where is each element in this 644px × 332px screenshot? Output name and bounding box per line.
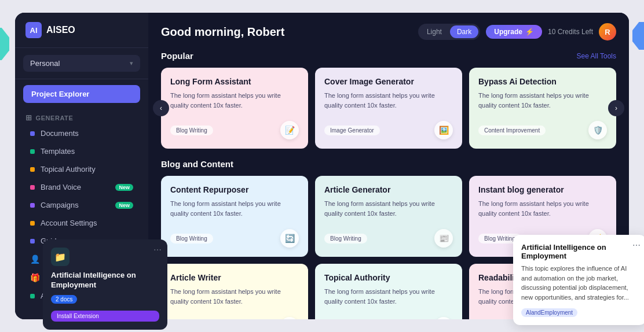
topical-authority-label: Topical Authority	[41, 165, 133, 174]
workspace-label: Personal	[30, 59, 60, 68]
templates-label: Templates	[41, 147, 133, 156]
header: Good morning, Robert Light Dark Upgrade …	[161, 23, 616, 40]
popular-cards-grid: ‹ › Long Form Assistant The long form as…	[161, 68, 616, 149]
brand-voice-new-badge: New	[115, 184, 133, 191]
article-generator-title: Article Generator	[324, 185, 453, 194]
article-generator-footer: Blog Writing 📰	[324, 229, 453, 248]
docs-badge: 2 docs	[51, 295, 77, 304]
floating-card-right: ⋯ Artificial Intelligence on Employment …	[513, 235, 644, 325]
cover-image-footer: Image Generator 🖼️	[324, 121, 453, 139]
light-theme-button[interactable]: Light	[420, 25, 449, 38]
cover-image-desc: The long form assistant helps you write …	[324, 91, 453, 114]
floating-card-left: ⋯ 📁 Artificial Intelligence on Employmen…	[43, 239, 167, 330]
sidebar-item-documents[interactable]: Documents	[20, 125, 144, 142]
upgrade-icon: ⚡	[525, 28, 534, 36]
avatar[interactable]: R	[599, 23, 616, 40]
bypass-ai-desc: The long form assistant helps you write …	[478, 91, 607, 114]
article-writer-desc: The long form assistant helps you write …	[170, 287, 299, 310]
generate-section-label: ⊞ Generate	[15, 109, 148, 124]
blog-section-header: Blog and Content	[161, 159, 616, 169]
theme-toggle: Light Dark	[418, 24, 480, 40]
credits-label: 10 Credits Left	[548, 28, 593, 36]
brand-voice-label: Brand Voice	[41, 183, 109, 191]
logo-icon: AI	[25, 22, 42, 38]
popular-section-header: Popular See All Tools	[161, 51, 616, 61]
sidebar-workspace: Personal ▾	[15, 48, 148, 79]
sidebar-item-campaigns[interactable]: Campaigns New	[20, 197, 144, 213]
cover-image-title: Cover Image Generator	[324, 77, 453, 86]
bypass-ai-footer: Content Improvement 🛡️	[478, 121, 607, 139]
templates-dot	[30, 149, 35, 154]
tool-card-content-repurposer: Content Repurposer The long form assista…	[161, 176, 308, 257]
brand-voice-dot	[30, 185, 35, 190]
cover-image-tag: Image Generator	[324, 126, 380, 135]
content-repurposer-desc: The long form assistant helps you write …	[170, 199, 299, 222]
bypass-ai-icon-btn[interactable]: 🛡️	[588, 121, 607, 139]
campaigns-new-badge: New	[115, 202, 133, 209]
instant-blog-desc: The long form assistant helps you write …	[478, 199, 607, 222]
blog-title: Blog and Content	[161, 159, 233, 169]
sidebar-item-templates[interactable]: Templates	[20, 143, 144, 160]
campaigns-dot	[30, 203, 35, 208]
long-form-icon-btn[interactable]: 📝	[280, 121, 299, 139]
article-writer-icon-btn[interactable]: ✍️	[280, 317, 299, 319]
content-repurposer-icon-btn[interactable]: 🔄	[280, 229, 299, 248]
tool-card-long-form: Long Form Assistant The long form assist…	[161, 68, 308, 149]
article-generator-icon-btn[interactable]: 📰	[434, 229, 453, 248]
api-dot	[30, 294, 35, 298]
tool-card-cover-image: Cover Image Generator The long form assi…	[315, 68, 462, 149]
generate-label: Generate	[36, 115, 74, 121]
page-title: Good morning, Robert	[161, 25, 284, 39]
article-writer-footer: Blog Writing ✍️	[170, 317, 299, 319]
article-generator-desc: The long form assistant helps you write …	[324, 199, 453, 222]
long-form-tag: Blog Writing	[170, 126, 213, 135]
carousel-prev-button[interactable]: ‹	[153, 100, 169, 116]
app-outer-wrapper: AI AISEO Personal ▾ Project Explorer ⊞ G…	[15, 13, 629, 319]
sidebar-item-account-settings[interactable]: Account Settings	[20, 215, 144, 231]
floating-left-footer: 2 docs	[51, 295, 159, 304]
account-dot	[30, 221, 35, 226]
account-settings-label: Account Settings	[41, 219, 133, 227]
upgrade-label: Upgrade	[494, 28, 522, 36]
bypass-ai-title: Bypass Ai Detection	[478, 77, 607, 86]
header-actions: Light Dark Upgrade ⚡ 10 Credits Left R	[418, 23, 616, 40]
article-generator-tag: Blog Writing	[324, 234, 367, 244]
popular-title: Popular	[161, 51, 193, 61]
sidebar-item-topical-authority[interactable]: Topical Authority	[20, 161, 144, 178]
workspace-selector[interactable]: Personal ▾	[23, 55, 140, 72]
chevron-down-icon: ▾	[130, 60, 133, 67]
dark-theme-button[interactable]: Dark	[450, 25, 478, 38]
tool-card-article-generator: Article Generator The long form assistan…	[315, 176, 462, 257]
floating-right-dots[interactable]: ⋯	[632, 241, 641, 250]
rewards-icon: 🎁	[30, 273, 40, 282]
floating-left-title: Artificial Intelligence on Employment	[51, 271, 159, 290]
topical-authority-tool-footer: Blog Writing 📊	[324, 317, 453, 319]
install-extension-button[interactable]: Install Extension	[51, 311, 159, 322]
sidebar-item-brand-voice[interactable]: Brand Voice New	[20, 179, 144, 195]
long-form-title: Long Form Assistant	[170, 77, 299, 86]
tool-card-topical-authority: Topical Authority The long form assistan…	[315, 264, 462, 319]
topical-authority-tool-icon-btn[interactable]: 📊	[434, 317, 453, 319]
content-repurposer-title: Content Repurposer	[170, 185, 299, 194]
topical-authority-tool-title: Topical Authority	[324, 273, 453, 282]
floating-right-desc: This topic explores the influence of AI …	[521, 264, 638, 302]
campaigns-label: Campaigns	[41, 201, 109, 209]
bypass-ai-tag: Content Improvement	[478, 126, 546, 135]
long-form-footer: Blog Writing 📝	[170, 121, 299, 139]
article-writer-title: Article Writer	[170, 273, 299, 282]
documents-dot	[30, 131, 35, 136]
folder-icon: 📁	[51, 248, 69, 266]
floating-left-dots[interactable]: ⋯	[153, 245, 162, 254]
tool-card-bypass-ai: Bypass Ai Detection The long form assist…	[469, 68, 616, 149]
carousel-next-button[interactable]: ›	[608, 100, 624, 116]
cover-image-icon-btn[interactable]: 🖼️	[434, 121, 453, 139]
deco-shape-left	[0, 28, 9, 60]
upgrade-button[interactable]: Upgrade ⚡	[486, 25, 542, 39]
floating-right-tag: AlandEmployment	[521, 308, 577, 317]
see-all-tools-link[interactable]: See All Tools	[577, 52, 617, 60]
documents-label: Documents	[41, 129, 133, 138]
project-explorer-button[interactable]: Project Explorer	[23, 85, 140, 103]
deco-shape-right	[632, 22, 644, 50]
topical-authority-tool-desc: The long form assistant helps you write …	[324, 287, 453, 310]
content-repurposer-tag: Blog Writing	[170, 234, 213, 244]
